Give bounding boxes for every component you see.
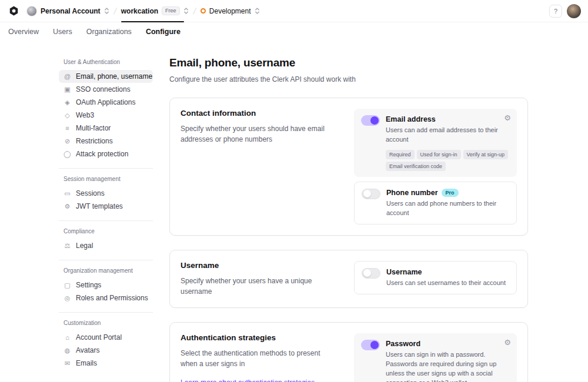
gear-icon[interactable]: ⚙ (504, 339, 511, 346)
application-switcher[interactable]: workcation Free (121, 0, 189, 22)
sidebar-item-account-portal[interactable]: ⌂ Account Portal (59, 331, 153, 344)
sidebar-divider (59, 260, 153, 260)
sidebar-divider (59, 168, 153, 169)
sidebar-item-restrictions[interactable]: ⊘ Restrictions (59, 135, 153, 148)
setting-title: Phone number Pro (386, 189, 509, 197)
sidebar-item-attack-protection[interactable]: ◯ Attack protection (59, 148, 153, 160)
chevron-updown-icon (104, 7, 109, 15)
sidebar-heading-customization: Customization (64, 320, 153, 326)
password-setting: Password Users can sign in with a passwo… (354, 333, 517, 382)
user-avatar[interactable] (567, 4, 581, 18)
sidebar-item-email-phone-username[interactable]: @ Email, phone, username (59, 70, 153, 83)
tab-overview[interactable]: Overview (8, 28, 39, 36)
username-setting: Username Users can set usernames to thei… (354, 261, 517, 294)
sidebar-item-avatars[interactable]: ◍ Avatars (59, 344, 153, 357)
settings-icon: ▢ (64, 282, 71, 289)
clerk-dashboard: Personal Account / workcation Free / Dev… (0, 0, 588, 382)
sidebar-item-label: Email, phone, username (76, 72, 152, 81)
web3-icon: ◇ (64, 112, 71, 119)
setting-body: Email address Users can add email addres… (386, 115, 510, 171)
page-title: Email, phone, username (169, 56, 528, 69)
sso-icon: ▣ (64, 86, 71, 93)
sidebar-item-roles-and-permissions[interactable]: ◎ Roles and Permissions (59, 291, 153, 304)
jwt-templates-icon: ⚙ (64, 203, 71, 210)
shield-icon: ◯ (64, 150, 71, 158)
card-title: Username (181, 261, 339, 270)
sidebar-item-settings[interactable]: ▢ Settings (59, 279, 153, 291)
plan-badge: Free (162, 6, 180, 16)
sidebar-item-label: SSO connections (76, 85, 131, 93)
card-description: Select the authentication methods to pre… (181, 348, 339, 369)
phone-number-setting: Phone number Pro Users can add phone num… (354, 182, 517, 224)
setting-title: Email address (386, 115, 510, 123)
sidebar-item-sessions[interactable]: ▭ Sessions (59, 187, 153, 200)
email-address-setting: Email address Users can add email addres… (354, 109, 517, 177)
setting-title: Username (386, 268, 509, 276)
application-label: workcation (121, 7, 158, 15)
oauth-icon: ◈ (64, 99, 71, 106)
password-toggle[interactable] (361, 340, 380, 350)
toggle-knob (370, 116, 379, 125)
learn-more-link[interactable]: Learn more about authentication strategi… (181, 378, 315, 382)
account-label: Personal Account (41, 7, 101, 15)
account-switcher[interactable]: Personal Account (26, 0, 109, 22)
card-settings-column: Password Users can sign in with a passwo… (354, 333, 517, 382)
sidebar-item-multi-factor[interactable]: ≡ Multi-factor (59, 122, 153, 135)
sidebar-item-jwt-templates[interactable]: ⚙ JWT templates (59, 200, 153, 213)
main-nav: Overview Users Organizations Configure (0, 22, 588, 41)
card-settings-column: Username Users can set usernames to thei… (354, 261, 517, 297)
badge-verify-at-sign-up: Verify at sign-up (463, 150, 509, 159)
sidebar-item-label: JWT templates (76, 202, 123, 210)
environment-switcher[interactable]: Development (201, 0, 260, 22)
email-address-toggle[interactable] (361, 115, 380, 126)
sidebar-item-legal[interactable]: ⚖ Legal (59, 239, 153, 252)
avatars-icon: ◍ (64, 347, 71, 354)
card-title: Authentication strategies (181, 333, 339, 342)
sidebar-item-label: Emails (76, 359, 97, 367)
setting-badges: Required Used for sign-in Verify at sign… (386, 150, 510, 171)
gear-icon[interactable]: ⚙ (504, 114, 511, 122)
card-description-column: Username Specify whether your users have… (181, 261, 342, 297)
tab-configure[interactable]: Configure (146, 28, 181, 36)
breadcrumb-separator: / (192, 6, 197, 16)
card-description: Specify whether your users should have e… (181, 123, 339, 145)
phone-number-toggle[interactable] (362, 189, 380, 199)
sidebar-item-oauth-applications[interactable]: ◈ OAuth Applications (59, 96, 153, 109)
sidebar-divider (59, 312, 153, 313)
help-button[interactable]: ? (549, 5, 562, 18)
setting-description: Users can add email addresses to their a… (386, 126, 510, 145)
sidebar-item-label: OAuth Applications (76, 98, 135, 106)
account-portal-icon: ⌂ (64, 334, 71, 341)
clerk-logo-icon[interactable] (8, 5, 19, 16)
toggle-knob (363, 190, 371, 197)
sidebar-item-emails[interactable]: ✉ Emails (59, 357, 153, 370)
tab-users[interactable]: Users (53, 28, 72, 36)
toggle-knob (363, 269, 371, 277)
card-description-column: Authentication strategies Select the aut… (181, 333, 342, 382)
account-avatar (26, 6, 37, 16)
badge-used-for-sign-in: Used for sign-in (417, 150, 461, 159)
tab-organizations[interactable]: Organizations (86, 28, 132, 36)
breadcrumb-separator: / (113, 6, 118, 16)
topbar: Personal Account / workcation Free / Dev… (0, 0, 588, 22)
environment-label: Development (209, 7, 251, 15)
sidebar-item-label: Sessions (76, 189, 105, 197)
sidebar-item-label: Settings (76, 281, 101, 289)
sidebar-heading-compliance: Compliance (64, 228, 153, 234)
contact-information-card: Contact information Specify whether your… (169, 98, 528, 236)
setting-description: Users can add phone numbers to their acc… (386, 199, 509, 218)
pro-badge: Pro (442, 189, 459, 197)
username-toggle[interactable] (362, 268, 380, 279)
sidebar-item-sso-connections[interactable]: ▣ SSO connections (59, 83, 153, 96)
sidebar-item-web3[interactable]: ◇ Web3 (59, 109, 153, 122)
card-description: Specify whether your users have a unique… (181, 276, 339, 297)
sidebar-item-label: Legal (76, 242, 93, 250)
content-area: User & Authentication @ Email, phone, us… (0, 41, 588, 382)
emails-icon: ✉ (64, 360, 71, 367)
sidebar-item-label: Account Portal (76, 333, 122, 341)
sidebar-item-label: Roles and Permissions (76, 294, 148, 302)
sidebar-item-label: Avatars (76, 346, 99, 354)
sidebar-divider (59, 220, 153, 221)
lock-icon: ⊘ (64, 138, 71, 145)
setting-body: Username Users can set usernames to thei… (386, 267, 509, 288)
